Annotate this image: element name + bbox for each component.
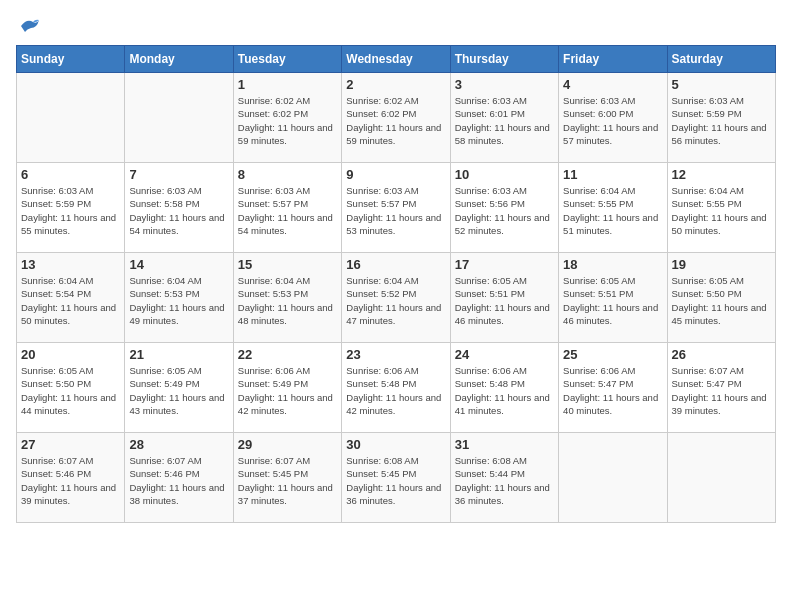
calendar-week-4: 20Sunrise: 6:05 AM Sunset: 5:50 PM Dayli… bbox=[17, 343, 776, 433]
day-detail: Sunrise: 6:04 AM Sunset: 5:52 PM Dayligh… bbox=[346, 274, 445, 327]
calendar-week-5: 27Sunrise: 6:07 AM Sunset: 5:46 PM Dayli… bbox=[17, 433, 776, 523]
day-detail: Sunrise: 6:07 AM Sunset: 5:46 PM Dayligh… bbox=[21, 454, 120, 507]
day-detail: Sunrise: 6:04 AM Sunset: 5:53 PM Dayligh… bbox=[238, 274, 337, 327]
logo-bird-icon bbox=[19, 16, 41, 37]
day-number: 15 bbox=[238, 257, 337, 272]
calendar-cell: 12Sunrise: 6:04 AM Sunset: 5:55 PM Dayli… bbox=[667, 163, 775, 253]
calendar-cell bbox=[559, 433, 667, 523]
calendar-cell: 20Sunrise: 6:05 AM Sunset: 5:50 PM Dayli… bbox=[17, 343, 125, 433]
calendar-cell bbox=[667, 433, 775, 523]
day-number: 24 bbox=[455, 347, 554, 362]
day-number: 17 bbox=[455, 257, 554, 272]
day-detail: Sunrise: 6:03 AM Sunset: 5:57 PM Dayligh… bbox=[346, 184, 445, 237]
day-number: 6 bbox=[21, 167, 120, 182]
day-detail: Sunrise: 6:08 AM Sunset: 5:44 PM Dayligh… bbox=[455, 454, 554, 507]
day-detail: Sunrise: 6:06 AM Sunset: 5:48 PM Dayligh… bbox=[455, 364, 554, 417]
day-number: 30 bbox=[346, 437, 445, 452]
calendar-cell: 31Sunrise: 6:08 AM Sunset: 5:44 PM Dayli… bbox=[450, 433, 558, 523]
calendar-cell bbox=[125, 73, 233, 163]
day-detail: Sunrise: 6:03 AM Sunset: 5:57 PM Dayligh… bbox=[238, 184, 337, 237]
day-number: 29 bbox=[238, 437, 337, 452]
page-header bbox=[16, 16, 776, 37]
day-number: 11 bbox=[563, 167, 662, 182]
calendar-cell: 19Sunrise: 6:05 AM Sunset: 5:50 PM Dayli… bbox=[667, 253, 775, 343]
day-detail: Sunrise: 6:06 AM Sunset: 5:49 PM Dayligh… bbox=[238, 364, 337, 417]
day-number: 21 bbox=[129, 347, 228, 362]
day-detail: Sunrise: 6:05 AM Sunset: 5:50 PM Dayligh… bbox=[21, 364, 120, 417]
day-detail: Sunrise: 6:04 AM Sunset: 5:55 PM Dayligh… bbox=[563, 184, 662, 237]
calendar-cell: 4Sunrise: 6:03 AM Sunset: 6:00 PM Daylig… bbox=[559, 73, 667, 163]
calendar-cell: 27Sunrise: 6:07 AM Sunset: 5:46 PM Dayli… bbox=[17, 433, 125, 523]
calendar-week-3: 13Sunrise: 6:04 AM Sunset: 5:54 PM Dayli… bbox=[17, 253, 776, 343]
day-number: 25 bbox=[563, 347, 662, 362]
weekday-header-sunday: Sunday bbox=[17, 46, 125, 73]
day-detail: Sunrise: 6:04 AM Sunset: 5:54 PM Dayligh… bbox=[21, 274, 120, 327]
day-number: 31 bbox=[455, 437, 554, 452]
calendar-cell: 3Sunrise: 6:03 AM Sunset: 6:01 PM Daylig… bbox=[450, 73, 558, 163]
day-detail: Sunrise: 6:02 AM Sunset: 6:02 PM Dayligh… bbox=[346, 94, 445, 147]
day-number: 28 bbox=[129, 437, 228, 452]
calendar-cell: 30Sunrise: 6:08 AM Sunset: 5:45 PM Dayli… bbox=[342, 433, 450, 523]
day-detail: Sunrise: 6:04 AM Sunset: 5:53 PM Dayligh… bbox=[129, 274, 228, 327]
calendar-cell: 24Sunrise: 6:06 AM Sunset: 5:48 PM Dayli… bbox=[450, 343, 558, 433]
day-detail: Sunrise: 6:05 AM Sunset: 5:51 PM Dayligh… bbox=[455, 274, 554, 327]
calendar-cell: 18Sunrise: 6:05 AM Sunset: 5:51 PM Dayli… bbox=[559, 253, 667, 343]
calendar-table: SundayMondayTuesdayWednesdayThursdayFrid… bbox=[16, 45, 776, 523]
weekday-header-tuesday: Tuesday bbox=[233, 46, 341, 73]
calendar-cell: 23Sunrise: 6:06 AM Sunset: 5:48 PM Dayli… bbox=[342, 343, 450, 433]
calendar-cell: 8Sunrise: 6:03 AM Sunset: 5:57 PM Daylig… bbox=[233, 163, 341, 253]
calendar-cell bbox=[17, 73, 125, 163]
calendar-cell: 9Sunrise: 6:03 AM Sunset: 5:57 PM Daylig… bbox=[342, 163, 450, 253]
calendar-cell: 13Sunrise: 6:04 AM Sunset: 5:54 PM Dayli… bbox=[17, 253, 125, 343]
calendar-cell: 26Sunrise: 6:07 AM Sunset: 5:47 PM Dayli… bbox=[667, 343, 775, 433]
day-detail: Sunrise: 6:03 AM Sunset: 5:58 PM Dayligh… bbox=[129, 184, 228, 237]
calendar-cell: 5Sunrise: 6:03 AM Sunset: 5:59 PM Daylig… bbox=[667, 73, 775, 163]
day-detail: Sunrise: 6:03 AM Sunset: 5:59 PM Dayligh… bbox=[672, 94, 771, 147]
day-number: 14 bbox=[129, 257, 228, 272]
calendar-week-1: 1Sunrise: 6:02 AM Sunset: 6:02 PM Daylig… bbox=[17, 73, 776, 163]
calendar-week-2: 6Sunrise: 6:03 AM Sunset: 5:59 PM Daylig… bbox=[17, 163, 776, 253]
day-number: 19 bbox=[672, 257, 771, 272]
day-number: 7 bbox=[129, 167, 228, 182]
weekday-header-wednesday: Wednesday bbox=[342, 46, 450, 73]
day-number: 27 bbox=[21, 437, 120, 452]
calendar-cell: 11Sunrise: 6:04 AM Sunset: 5:55 PM Dayli… bbox=[559, 163, 667, 253]
day-number: 2 bbox=[346, 77, 445, 92]
day-detail: Sunrise: 6:07 AM Sunset: 5:45 PM Dayligh… bbox=[238, 454, 337, 507]
calendar-cell: 2Sunrise: 6:02 AM Sunset: 6:02 PM Daylig… bbox=[342, 73, 450, 163]
day-number: 12 bbox=[672, 167, 771, 182]
day-detail: Sunrise: 6:03 AM Sunset: 6:01 PM Dayligh… bbox=[455, 94, 554, 147]
day-number: 13 bbox=[21, 257, 120, 272]
day-number: 16 bbox=[346, 257, 445, 272]
day-detail: Sunrise: 6:07 AM Sunset: 5:47 PM Dayligh… bbox=[672, 364, 771, 417]
day-number: 1 bbox=[238, 77, 337, 92]
weekday-header-saturday: Saturday bbox=[667, 46, 775, 73]
calendar-cell: 29Sunrise: 6:07 AM Sunset: 5:45 PM Dayli… bbox=[233, 433, 341, 523]
calendar-cell: 22Sunrise: 6:06 AM Sunset: 5:49 PM Dayli… bbox=[233, 343, 341, 433]
day-detail: Sunrise: 6:04 AM Sunset: 5:55 PM Dayligh… bbox=[672, 184, 771, 237]
calendar-cell: 16Sunrise: 6:04 AM Sunset: 5:52 PM Dayli… bbox=[342, 253, 450, 343]
day-detail: Sunrise: 6:06 AM Sunset: 5:47 PM Dayligh… bbox=[563, 364, 662, 417]
calendar-cell: 10Sunrise: 6:03 AM Sunset: 5:56 PM Dayli… bbox=[450, 163, 558, 253]
day-detail: Sunrise: 6:05 AM Sunset: 5:49 PM Dayligh… bbox=[129, 364, 228, 417]
calendar-cell: 21Sunrise: 6:05 AM Sunset: 5:49 PM Dayli… bbox=[125, 343, 233, 433]
day-detail: Sunrise: 6:03 AM Sunset: 6:00 PM Dayligh… bbox=[563, 94, 662, 147]
day-number: 9 bbox=[346, 167, 445, 182]
day-detail: Sunrise: 6:02 AM Sunset: 6:02 PM Dayligh… bbox=[238, 94, 337, 147]
calendar-cell: 28Sunrise: 6:07 AM Sunset: 5:46 PM Dayli… bbox=[125, 433, 233, 523]
logo bbox=[16, 16, 41, 37]
calendar-cell: 14Sunrise: 6:04 AM Sunset: 5:53 PM Dayli… bbox=[125, 253, 233, 343]
day-number: 5 bbox=[672, 77, 771, 92]
day-number: 18 bbox=[563, 257, 662, 272]
day-detail: Sunrise: 6:05 AM Sunset: 5:51 PM Dayligh… bbox=[563, 274, 662, 327]
day-detail: Sunrise: 6:03 AM Sunset: 5:56 PM Dayligh… bbox=[455, 184, 554, 237]
day-number: 8 bbox=[238, 167, 337, 182]
weekday-header-thursday: Thursday bbox=[450, 46, 558, 73]
weekday-header-row: SundayMondayTuesdayWednesdayThursdayFrid… bbox=[17, 46, 776, 73]
day-number: 22 bbox=[238, 347, 337, 362]
day-number: 26 bbox=[672, 347, 771, 362]
day-detail: Sunrise: 6:07 AM Sunset: 5:46 PM Dayligh… bbox=[129, 454, 228, 507]
calendar-cell: 15Sunrise: 6:04 AM Sunset: 5:53 PM Dayli… bbox=[233, 253, 341, 343]
day-number: 3 bbox=[455, 77, 554, 92]
day-number: 4 bbox=[563, 77, 662, 92]
